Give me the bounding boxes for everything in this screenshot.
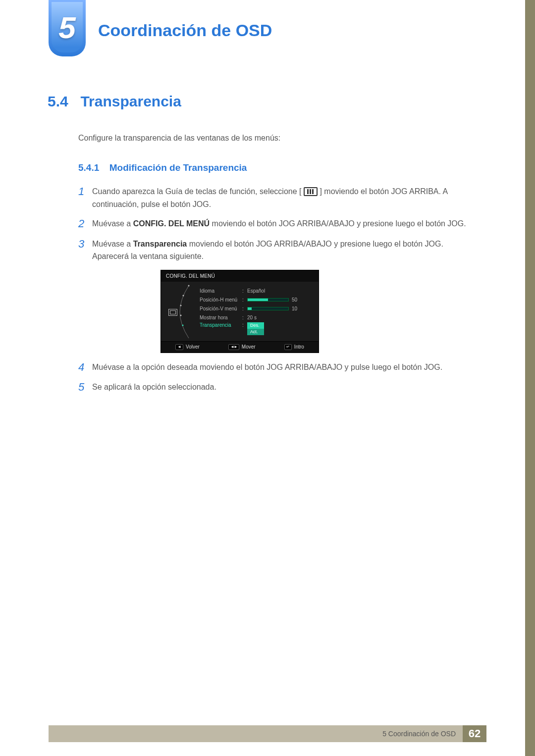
step-text: Se aplicará la opción seleccionada. <box>92 381 485 394</box>
move-key-icon: ◄► <box>228 344 239 350</box>
osd-option-act: Act. <box>247 329 264 335</box>
osd-screenshot: CONFIG. DEL MENÚ I <box>160 270 485 353</box>
manual-page: 5 Coordinación de OSD 5.4 Transparencia … <box>0 0 535 756</box>
chapter-number: 5 <box>58 10 75 45</box>
slider-value: 50 <box>292 297 297 302</box>
step3-part-b: moviendo el botón JOG ARRIBA/ABAJO y pre… <box>189 240 443 248</box>
osd-value: 10 <box>247 306 312 311</box>
step-number: 5 <box>78 381 92 394</box>
step1-part-a: Cuando aparezca la Guía de teclas de fun… <box>92 187 302 196</box>
monitor-icon <box>168 309 177 316</box>
osd-footer-enter: ↵ Intro <box>284 344 304 350</box>
osd-footer: ◄ Volver ◄► Mover ↵ Intro <box>161 341 319 353</box>
steps-list: 1 Cuando aparezca la Guía de teclas de f… <box>78 185 485 263</box>
osd-label: Posición-H menú <box>200 297 242 302</box>
osd-row-posicion-h: Posición-H menú : 50 <box>200 296 312 304</box>
osd-footer-back: ◄ Volver <box>175 344 200 350</box>
osd-footer-move-label: Mover <box>242 344 256 350</box>
step-number: 1 <box>78 185 92 210</box>
osd-window: CONFIG. DEL MENÚ I <box>160 270 319 353</box>
step-1: 1 Cuando aparezca la Guía de teclas de f… <box>78 185 485 210</box>
slider-value: 10 <box>292 306 297 311</box>
svg-point-0 <box>188 285 190 286</box>
osd-footer-enter-label: Intro <box>294 344 304 350</box>
step-3: 3 Muévase a Transparencia moviendo el bo… <box>78 238 485 263</box>
decor-right-strip <box>525 0 535 756</box>
footer-bar: 5 Coordinación de OSD <box>49 725 463 742</box>
osd-dropdown: Des. Act. <box>247 322 264 335</box>
step-number: 3 <box>78 238 92 263</box>
osd-rows: Idioma : Español Posición-H menú : 50 <box>180 287 312 338</box>
step-text: Muévase a Transparencia moviendo el botó… <box>92 238 485 263</box>
step-5: 5 Se aplicará la opción seleccionada. <box>78 381 485 394</box>
osd-row-mostrar-hora: Mostrar hora : 20 s <box>200 313 312 322</box>
section-intro: Configure la transparencia de las ventan… <box>78 134 485 143</box>
osd-body: Idioma : Español Posición-H menú : 50 <box>161 282 319 341</box>
svg-point-3 <box>180 314 182 316</box>
step2-part-b: moviendo el botón JOG ARRIBA/ABAJO y pre… <box>212 219 466 228</box>
enter-key-icon: ↵ <box>284 344 292 350</box>
step-number: 4 <box>78 361 92 374</box>
osd-value: Des. Act. <box>247 322 312 335</box>
section-title: Transparencia <box>80 93 181 109</box>
chapter-tab: 5 <box>49 0 86 56</box>
menu-bars-icon <box>304 187 318 196</box>
osd-label: Mostrar hora <box>200 315 242 320</box>
osd-row-idioma: Idioma : Español <box>200 287 312 296</box>
step3-part-c: Aparecerá la ventana siguiente. <box>92 252 204 260</box>
slider-fill <box>248 307 252 310</box>
osd-label-active: Transparencia <box>200 322 242 328</box>
osd-footer-move: ◄► Mover <box>228 344 256 350</box>
osd-colon: : <box>242 315 247 320</box>
osd-footer-back-label: Volver <box>186 344 200 350</box>
step2-bold: CONFIG. DEL MENÚ <box>133 219 210 228</box>
osd-curve-decoration <box>178 285 193 339</box>
step-4: 4 Muévase a la opción deseada moviendo e… <box>78 361 485 374</box>
osd-row-posicion-v: Posición-V menú : 10 <box>200 304 312 313</box>
step-2: 2 Muévase a CONFIG. DEL MENÚ moviendo el… <box>78 217 485 230</box>
chapter-title: Coordinación de OSD <box>98 21 272 40</box>
osd-option-des: Des. <box>247 322 264 329</box>
section-number: 5.4 <box>48 93 78 110</box>
slider-fill <box>248 299 268 301</box>
footer-page-number: 62 <box>463 725 486 742</box>
svg-point-1 <box>183 295 184 296</box>
osd-value: 50 <box>247 297 312 302</box>
section-5-4: 5.4 Transparencia Configure la transpare… <box>48 93 485 401</box>
subsection-title: Modificación de Transparencia <box>109 162 247 173</box>
svg-point-2 <box>180 304 182 306</box>
osd-label: Posición-V menú <box>200 306 242 311</box>
footer-text: 5 Coordinación de OSD <box>382 730 456 738</box>
osd-colon: : <box>242 306 247 311</box>
subsection-5-4-1: 5.4.1 Modificación de Transparencia <box>78 162 485 173</box>
osd-colon: : <box>242 288 247 294</box>
chapter-tab-inner: 5 <box>52 2 83 52</box>
slider-track <box>247 307 289 310</box>
osd-colon: : <box>242 297 247 302</box>
svg-point-4 <box>182 324 184 326</box>
section-heading: 5.4 Transparencia <box>48 93 485 110</box>
back-key-icon: ◄ <box>175 344 183 350</box>
osd-label: Idioma <box>200 288 242 294</box>
step2-part-a: Muévase a <box>92 219 133 228</box>
osd-colon: : <box>242 322 247 328</box>
step-text: Muévase a CONFIG. DEL MENÚ moviendo el b… <box>92 217 485 230</box>
osd-row-transparencia: Transparencia : Des. Act. <box>200 322 312 335</box>
steps-list-cont: 4 Muévase a la opción deseada moviendo e… <box>78 361 485 394</box>
step-text: Cuando aparezca la Guía de teclas de fun… <box>92 185 485 210</box>
osd-value: 20 s <box>247 315 312 320</box>
step-number: 2 <box>78 217 92 230</box>
osd-value: Español <box>247 288 312 294</box>
subsection-number: 5.4.1 <box>78 162 99 173</box>
page-footer: 5 Coordinación de OSD 62 <box>0 725 535 742</box>
step-text: Muévase a la opción deseada moviendo el … <box>92 361 485 374</box>
slider-track <box>247 298 289 302</box>
step3-bold: Transparencia <box>133 240 187 248</box>
step3-part-a: Muévase a <box>92 240 133 248</box>
osd-title: CONFIG. DEL MENÚ <box>161 270 319 282</box>
